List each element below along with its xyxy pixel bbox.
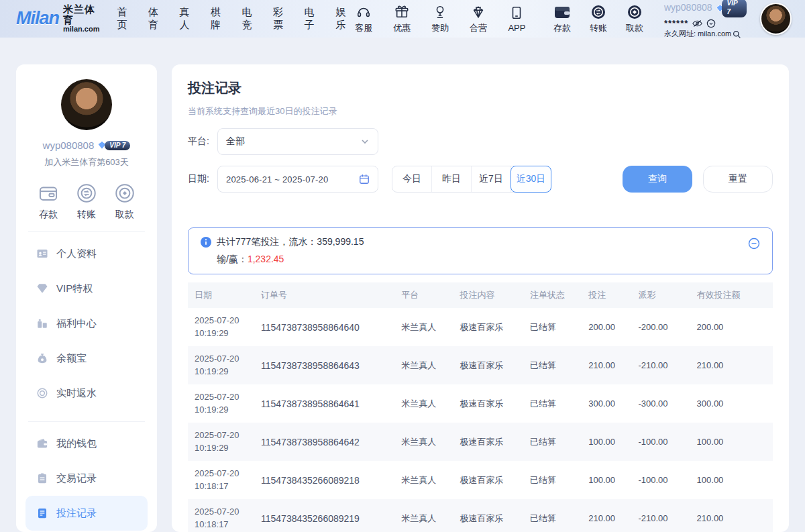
quick-date-group: 今日 昨日 近7日 近30日 xyxy=(392,166,551,193)
col-status: 注单状态 xyxy=(530,282,588,308)
sidebar-deposit-button[interactable]: 存款 xyxy=(37,182,60,221)
nav-entertainment[interactable]: 娱乐 xyxy=(335,6,350,32)
id-card-icon xyxy=(36,248,48,260)
col-order: 订单号 xyxy=(261,282,401,308)
sidebar-avatar[interactable] xyxy=(61,79,112,130)
col-payout: 派彩 xyxy=(638,282,696,308)
site-logo[interactable]: Milan 米兰体育 milan.com xyxy=(16,4,99,33)
logo-domain: milan.com xyxy=(63,25,99,34)
query-button[interactable]: 查询 xyxy=(623,166,692,193)
partnership-icon xyxy=(471,4,486,20)
sidebar-withdraw-button[interactable]: 取款 xyxy=(113,182,136,221)
deposit-button[interactable]: 存款 xyxy=(547,4,577,34)
col-content: 投注内容 xyxy=(460,282,530,308)
bet-record-icon xyxy=(36,507,48,519)
calendar-icon xyxy=(359,174,370,184)
topbar: Milan 米兰体育 milan.com 首页 体育 真人 棋牌 电竞 彩票 电… xyxy=(0,0,805,38)
nav-live[interactable]: 真人 xyxy=(179,6,193,32)
sidebar-item-vip[interactable]: VIP特权 xyxy=(25,271,148,306)
sidebar-item-rebate[interactable]: 实时返水 xyxy=(25,376,148,411)
table-row: 2025-07-2010:18:17 1154738435266089218 米… xyxy=(188,461,773,499)
sponsor-button[interactable]: 赞助 xyxy=(426,4,455,34)
bet-records-table: 日期 订单号 平台 投注内容 注单状态 投注 派彩 有效投注额 2025-07-… xyxy=(188,282,773,532)
user-info: wyp080808 VIP 7 ****** 永久网址: milan.com xyxy=(664,0,747,39)
sidebar-transfer-button[interactable]: 转账 xyxy=(75,182,98,221)
quick-date-30days[interactable]: 近30日 xyxy=(511,166,551,193)
transfer-button[interactable]: 转账 xyxy=(584,4,613,34)
table-header-row: 日期 订单号 平台 投注内容 注单状态 投注 派彩 有效投注额 xyxy=(188,282,773,308)
sidebar-vip-badge: VIP 7 xyxy=(97,140,130,150)
permanent-url: 永久网址: milan.com xyxy=(664,30,731,39)
deposit-icon xyxy=(553,4,571,20)
divider xyxy=(28,231,145,232)
platform-select[interactable]: 全部 xyxy=(217,128,378,155)
nav-sports[interactable]: 体育 xyxy=(148,6,162,32)
divider xyxy=(28,421,145,422)
magnifier-icon[interactable] xyxy=(733,30,741,39)
table-row: 2025-07-2010:19:29 1154738738958864640 米… xyxy=(188,308,773,346)
logo-script: Milan xyxy=(16,8,59,29)
table-row: 2025-07-2010:19:29 1154738738958864642 米… xyxy=(188,423,773,461)
sidebar-item-bet-record[interactable]: 投注记录 xyxy=(25,496,148,531)
table-row: 2025-07-2010:19:29 1154738738958864643 米… xyxy=(188,346,773,384)
sidebar-item-profile[interactable]: 个人资料 xyxy=(25,236,148,271)
withdraw-button[interactable]: 取款 xyxy=(620,4,649,34)
sidebar-item-yuebao[interactable]: 余额宝 xyxy=(25,341,148,376)
topbar-username: wyp080808 xyxy=(664,2,712,14)
app-download-button[interactable]: APP xyxy=(502,5,531,33)
nav-lottery[interactable]: 彩票 xyxy=(273,6,287,32)
table-row: 2025-07-2010:18:17 1154738435266089219 米… xyxy=(188,499,773,532)
nav-board-games[interactable]: 棋牌 xyxy=(211,6,225,32)
collapse-summary-icon[interactable] xyxy=(748,237,760,250)
quick-date-yesterday[interactable]: 昨日 xyxy=(432,166,472,192)
summary-total-text: 共计777笔投注，流水：359,999.15 xyxy=(217,236,364,248)
welfare-icon xyxy=(36,317,48,329)
logo-cn-name: 米兰体育 xyxy=(63,4,99,25)
main-content: 投注记录 当前系统支持查询最近30日的投注记录 平台: 全部 日期: 2025-… xyxy=(172,64,789,532)
phone-icon xyxy=(509,5,524,21)
sidebar-username: wyp080808 xyxy=(43,140,95,151)
sponsor-icon xyxy=(433,4,447,20)
nav-home[interactable]: 首页 xyxy=(117,6,131,32)
nav-slots[interactable]: 电子 xyxy=(305,6,319,32)
nav-esports[interactable]: 电竞 xyxy=(242,6,256,32)
info-icon xyxy=(201,237,211,248)
date-range-input[interactable]: 2025-06-21 ~ 2025-07-20 xyxy=(217,166,378,193)
user-avatar[interactable] xyxy=(760,3,792,35)
transfer-outline-icon xyxy=(75,182,98,205)
vip-badge: VIP 7 xyxy=(715,0,747,17)
col-date: 日期 xyxy=(188,282,261,308)
chevron-down-icon xyxy=(360,137,370,146)
gift-icon xyxy=(394,4,409,20)
promotions-button[interactable]: 优惠 xyxy=(388,4,417,34)
chevron-circle-icon[interactable] xyxy=(706,19,716,28)
money-bag-icon xyxy=(36,352,48,364)
quick-date-7days[interactable]: 近7日 xyxy=(472,166,511,192)
withdraw-icon xyxy=(627,4,643,20)
transfer-icon xyxy=(590,4,606,20)
reset-button[interactable]: 重置 xyxy=(703,166,773,193)
sidebar-item-my-wallet[interactable]: 我的钱包 xyxy=(25,426,148,461)
col-valid: 有效投注额 xyxy=(697,282,773,308)
table-row: 2025-07-2010:19:29 1154738738958864641 米… xyxy=(188,384,773,423)
eye-off-icon[interactable] xyxy=(692,19,702,28)
col-bet: 投注 xyxy=(588,282,638,308)
main-nav: 首页 体育 真人 棋牌 电竞 彩票 电子 娱乐 xyxy=(117,6,349,32)
transaction-record-icon xyxy=(36,472,48,484)
customer-service-button[interactable]: 客服 xyxy=(350,4,378,34)
col-platform: 平台 xyxy=(401,282,460,308)
quick-date-today[interactable]: 今日 xyxy=(392,166,432,192)
headset-icon xyxy=(356,4,371,20)
diamond-icon xyxy=(36,282,48,295)
summary-box: 共计777笔投注，流水：359,999.15 输/赢：1,232.45 xyxy=(188,227,773,274)
date-label: 日期: xyxy=(188,173,217,185)
rebate-icon xyxy=(36,387,48,399)
partnership-button[interactable]: 合营 xyxy=(464,4,493,34)
my-wallet-icon xyxy=(36,437,48,449)
sidebar-item-welfare[interactable]: 福利中心 xyxy=(25,306,148,341)
sidebar-item-transaction-record[interactable]: 交易记录 xyxy=(25,461,148,496)
page-title: 投注记录 xyxy=(188,79,773,97)
win-loss-value: 1,232.45 xyxy=(248,254,284,264)
masked-balance: ****** xyxy=(664,18,688,29)
withdraw-outline-icon xyxy=(113,182,136,205)
